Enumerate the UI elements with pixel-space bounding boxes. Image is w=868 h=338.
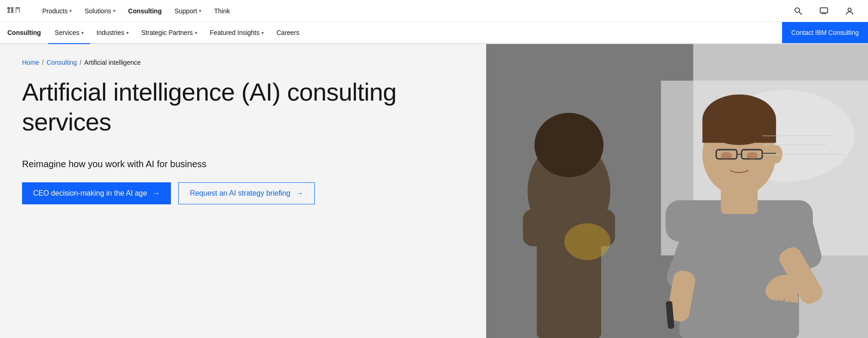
breadcrumb-consulting[interactable]: Consulting: [46, 59, 77, 66]
chevron-down-icon: ▾: [195, 30, 197, 35]
svg-point-55: [747, 152, 758, 159]
hero-content: Home / Consulting / Artificial intellige…: [0, 44, 486, 338]
contact-ibm-consulting-button[interactable]: Contact IBM Consulting: [782, 22, 868, 43]
nav-item-consulting[interactable]: Consulting: [123, 0, 167, 22]
breadcrumb-current: Artificial intelligence: [84, 59, 141, 66]
breadcrumb: Home / Consulting / Artificial intellige…: [22, 59, 464, 66]
svg-point-30: [795, 8, 800, 12]
user-button[interactable]: [839, 0, 861, 22]
svg-rect-25: [19, 10, 20, 11]
ibm-logo[interactable]: [7, 6, 37, 16]
svg-rect-20: [16, 12, 17, 13]
svg-rect-21: [17, 7, 18, 8]
hero-buttons: CEO decision-making in the AI age → Requ…: [22, 182, 464, 204]
svg-rect-18: [16, 10, 17, 11]
svg-rect-15: [12, 12, 14, 13]
nav-item-support[interactable]: Support ▾: [169, 0, 207, 22]
svg-point-69: [564, 223, 610, 260]
hero-title: Artificial intelligence (AI) consulting …: [22, 77, 464, 137]
chevron-down-icon: ▾: [126, 30, 129, 35]
hero-image: [486, 44, 868, 338]
chevron-down-icon: ▾: [113, 8, 115, 13]
request-ai-strategy-button[interactable]: Request an AI strategy briefing →: [178, 182, 315, 204]
nav-label-support: Support: [175, 7, 197, 15]
chevron-down-icon: ▾: [261, 30, 264, 35]
chat-button[interactable]: [813, 0, 835, 22]
ceo-decision-making-button[interactable]: CEO decision-making in the AI age →: [22, 182, 171, 204]
hero-subtitle: Reimagine how you work with AI for busin…: [22, 159, 464, 169]
secondary-nav-label-careers: Careers: [277, 29, 300, 36]
svg-rect-17: [16, 8, 17, 9]
arrow-right-icon: →: [296, 189, 303, 197]
secondary-navigation: Consulting Services ▾ Industries ▾ Strat…: [0, 22, 868, 44]
svg-rect-27: [19, 12, 20, 13]
svg-rect-23: [19, 7, 20, 8]
svg-rect-19: [16, 11, 17, 11]
top-navigation: Products ▾ Solutions ▾ Consulting Suppor…: [0, 0, 868, 22]
svg-rect-1: [7, 7, 10, 8]
svg-point-33: [848, 8, 851, 11]
svg-rect-6: [11, 7, 12, 8]
secondary-nav-links: Services ▾ Industries ▾ Strategic Partne…: [48, 22, 782, 43]
nav-label-think: Think: [214, 7, 230, 15]
breadcrumb-home[interactable]: Home: [22, 59, 39, 66]
svg-rect-29: [18, 8, 19, 9]
svg-rect-7: [12, 7, 14, 8]
secondary-nav-label-strategic-partners: Strategic Partners: [142, 29, 193, 36]
nav-label-solutions: Solutions: [85, 7, 111, 15]
svg-rect-10: [11, 10, 12, 11]
svg-point-40: [534, 113, 603, 177]
consulting-brand-link[interactable]: Consulting: [0, 22, 48, 43]
secondary-nav-item-services[interactable]: Services ▾: [48, 22, 90, 44]
svg-point-54: [721, 152, 732, 159]
svg-rect-4: [8, 11, 10, 11]
secondary-nav-label-services: Services: [55, 29, 79, 36]
secondary-nav-label-featured-insights: Featured Insights: [210, 29, 260, 36]
secondary-nav-item-featured-insights[interactable]: Featured Insights ▾: [204, 22, 270, 44]
secondary-nav-item-strategic-partners[interactable]: Strategic Partners ▾: [135, 22, 204, 44]
nav-item-solutions[interactable]: Solutions ▾: [79, 0, 121, 22]
breadcrumb-separator: /: [79, 59, 81, 66]
svg-rect-8: [11, 8, 12, 9]
svg-rect-2: [7, 8, 10, 9]
top-nav-links: Products ▾ Solutions ▾ Consulting Suppor…: [37, 0, 787, 22]
secondary-nav-item-industries[interactable]: Industries ▾: [90, 22, 135, 44]
arrow-right-icon: →: [153, 189, 160, 197]
svg-rect-32: [820, 8, 828, 13]
svg-rect-3: [8, 10, 10, 11]
secondary-nav-item-careers[interactable]: Careers: [270, 22, 306, 44]
svg-rect-22: [18, 7, 19, 8]
svg-rect-24: [19, 8, 20, 9]
chevron-down-icon: ▾: [199, 8, 201, 13]
svg-line-31: [799, 12, 802, 15]
svg-rect-14: [11, 12, 12, 13]
svg-rect-16: [16, 7, 17, 8]
nav-label-consulting: Consulting: [128, 7, 162, 15]
nav-label-products: Products: [42, 7, 68, 15]
top-nav-actions: [787, 0, 861, 22]
chevron-down-icon: ▾: [81, 30, 84, 35]
nav-item-products[interactable]: Products ▾: [37, 0, 77, 22]
search-button[interactable]: [787, 0, 809, 22]
svg-rect-9: [12, 8, 14, 9]
secondary-nav-label-industries: Industries: [96, 29, 125, 36]
chevron-down-icon: ▾: [69, 8, 72, 13]
svg-rect-5: [7, 12, 10, 13]
svg-rect-11: [12, 10, 14, 11]
svg-rect-48: [702, 120, 776, 143]
nav-item-think[interactable]: Think: [209, 0, 235, 22]
secondary-nav-brand-label: Consulting: [7, 29, 41, 36]
svg-rect-28: [17, 8, 18, 9]
svg-rect-13: [12, 11, 14, 11]
hero-section: Home / Consulting / Artificial intellige…: [0, 44, 868, 338]
svg-rect-26: [19, 11, 20, 11]
svg-rect-12: [11, 11, 12, 11]
breadcrumb-separator: /: [42, 59, 44, 66]
